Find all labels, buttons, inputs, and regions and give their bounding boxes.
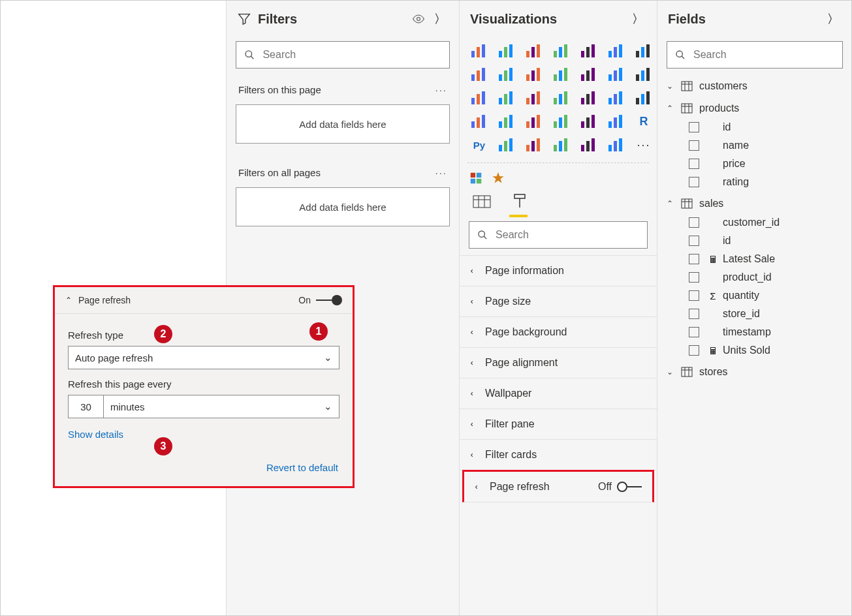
refresh-type-select[interactable]: Auto page refresh ⌄ <box>68 346 339 369</box>
viz-type-python[interactable]: Py <box>467 135 491 155</box>
tab-format[interactable] <box>509 193 528 217</box>
viz-type-hundred-column[interactable] <box>605 41 628 61</box>
toggle-on[interactable] <box>316 295 342 305</box>
field-item[interactable]: price <box>657 155 852 173</box>
collapse-fields-icon[interactable]: 〉 <box>825 8 842 29</box>
viz-type-waterfall[interactable] <box>605 65 628 84</box>
viz-type-more[interactable]: ··· <box>632 135 655 155</box>
viz-type-clustered-column[interactable] <box>550 41 573 61</box>
more-icon[interactable]: ··· <box>435 167 447 178</box>
viz-type-kpi[interactable] <box>522 112 546 131</box>
collapse-viz-icon[interactable]: 〉 <box>629 8 646 29</box>
viz-type-card[interactable] <box>467 112 491 131</box>
viz-format-search[interactable] <box>469 221 648 249</box>
filters-search[interactable] <box>236 41 450 69</box>
viz-type-line[interactable] <box>632 41 655 61</box>
viz-type-stacked-area[interactable] <box>495 65 518 84</box>
pin-favorite-icon[interactable] <box>491 171 505 185</box>
field-table-header[interactable]: ⌃products <box>657 99 852 118</box>
viz-type-line-stacked[interactable] <box>522 65 546 84</box>
viz-type-clustered-bar[interactable] <box>522 41 546 61</box>
viz-type-scatter[interactable] <box>467 88 491 108</box>
svg-rect-38 <box>592 68 595 81</box>
viz-type-power-apps[interactable] <box>605 135 628 155</box>
viz-type-map[interactable] <box>577 88 601 108</box>
viz-type-filled-map[interactable] <box>605 88 628 108</box>
field-item[interactable]: rating <box>657 173 852 191</box>
field-table-header[interactable]: ⌃sales <box>657 194 852 213</box>
field-item[interactable]: timestamp <box>657 323 852 341</box>
eye-icon[interactable] <box>412 12 425 25</box>
format-section[interactable]: ⌄Page alignment <box>460 347 657 378</box>
field-item[interactable]: customer_id <box>657 213 852 232</box>
viz-type-decomposition[interactable] <box>522 135 546 155</box>
checkbox[interactable] <box>689 290 699 301</box>
checkbox[interactable] <box>689 345 699 356</box>
refresh-interval-unit-select[interactable]: minutes ⌄ <box>103 395 339 418</box>
field-item[interactable]: Σquantity <box>657 286 852 305</box>
checkbox[interactable] <box>689 122 699 132</box>
viz-type-qa[interactable] <box>550 135 573 155</box>
field-item[interactable]: name <box>657 136 852 155</box>
viz-type-ribbon[interactable] <box>577 65 601 84</box>
checkbox[interactable] <box>689 140 699 151</box>
filter-drop-target[interactable]: Add data fields here <box>236 104 450 144</box>
marketplace-icon[interactable] <box>469 171 483 185</box>
viz-type-stacked-column[interactable] <box>495 41 518 61</box>
viz-type-area[interactable] <box>467 65 491 84</box>
field-item[interactable]: store_id <box>657 305 852 323</box>
viz-type-slicer[interactable] <box>550 112 573 131</box>
tab-fields[interactable] <box>473 193 491 217</box>
field-item[interactable]: id <box>657 118 852 136</box>
viz-type-paginated[interactable] <box>577 135 601 155</box>
checkbox[interactable] <box>689 254 699 264</box>
viz-type-funnel[interactable] <box>632 65 655 84</box>
viz-type-line-clustered[interactable] <box>550 65 573 84</box>
viz-format-search-input[interactable] <box>494 228 639 241</box>
viz-type-pie[interactable] <box>495 88 518 108</box>
viz-type-multi-card[interactable] <box>495 112 518 131</box>
checkbox[interactable] <box>689 272 699 283</box>
format-section[interactable]: ⌄Filter pane <box>460 408 657 439</box>
more-icon[interactable]: ··· <box>435 84 447 95</box>
fields-search-input[interactable] <box>692 48 834 61</box>
field-item[interactable]: 🖩Latest Sale <box>657 250 852 268</box>
field-item[interactable]: id <box>657 232 852 250</box>
checkbox[interactable] <box>689 236 699 246</box>
field-item[interactable]: 🖩Units Sold <box>657 341 852 360</box>
format-section[interactable]: ⌄Wallpaper <box>460 378 657 408</box>
format-section-page-refresh[interactable]: ⌄ Page refresh Off <box>462 470 654 502</box>
viz-type-treemap[interactable] <box>550 88 573 108</box>
fields-search[interactable] <box>667 41 843 69</box>
viz-type-key-influencers[interactable] <box>495 135 518 155</box>
checkbox[interactable] <box>689 177 699 187</box>
callout-header[interactable]: ⌃ Page refresh On <box>55 287 353 314</box>
checkbox[interactable] <box>689 327 699 337</box>
show-details-link[interactable]: Show details <box>68 429 339 440</box>
checkbox[interactable] <box>689 309 699 319</box>
viz-type-table[interactable] <box>577 112 601 131</box>
svg-rect-64 <box>641 94 644 104</box>
viz-type-r-visual[interactable]: R <box>632 112 655 131</box>
filters-search-input[interactable] <box>261 48 441 61</box>
viz-type-stacked-bar[interactable] <box>467 41 491 61</box>
checkbox[interactable] <box>689 217 699 228</box>
viz-type-hundred-bar[interactable] <box>577 41 601 61</box>
collapse-filters-icon[interactable]: 〉 <box>432 8 449 29</box>
toggle-off[interactable] <box>617 482 642 492</box>
format-section[interactable]: ⌄Page background <box>460 316 657 347</box>
filter-drop-target[interactable]: Add data fields here <box>236 187 450 226</box>
format-section[interactable]: ⌄Filter cards <box>460 439 657 470</box>
viz-type-shape-map[interactable] <box>632 88 655 108</box>
viz-type-matrix[interactable] <box>605 112 628 131</box>
revert-to-default-link[interactable]: Revert to default <box>55 442 353 476</box>
refresh-interval-value[interactable]: 30 <box>68 395 103 418</box>
checkbox[interactable] <box>689 159 699 169</box>
viz-type-donut[interactable] <box>522 88 546 108</box>
svg-rect-66 <box>471 121 475 128</box>
field-table-header[interactable]: ⌄stores <box>657 362 852 382</box>
field-table-header[interactable]: ⌄customers <box>657 76 852 96</box>
format-section[interactable]: ⌄Page size <box>460 286 657 316</box>
format-section[interactable]: ⌄Page information <box>460 255 657 286</box>
field-item[interactable]: product_id <box>657 268 852 286</box>
